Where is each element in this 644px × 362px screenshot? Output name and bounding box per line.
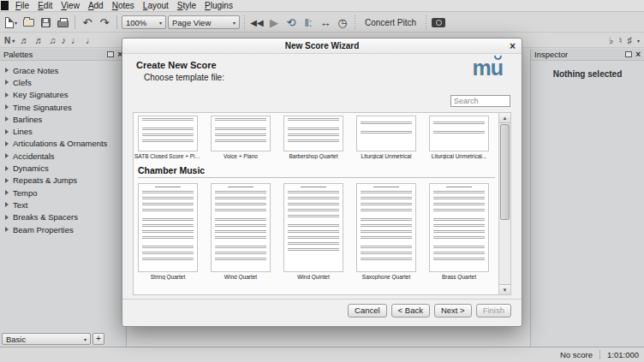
image-capture-button[interactable] <box>431 15 446 30</box>
menu-file[interactable]: File <box>11 0 33 11</box>
palette-item-lines[interactable]: Lines <box>0 125 126 137</box>
menu-view[interactable]: View <box>57 0 84 11</box>
chevron-down-icon: ▾ <box>159 20 162 26</box>
note-8th-button[interactable]: ♪ <box>62 35 67 45</box>
template-card-barbershop-quartet[interactable]: Barbershop Quartet <box>283 116 343 159</box>
back-button[interactable]: < Back <box>391 304 430 317</box>
template-card-liturgical-unmetrical[interactable]: Liturgical Unmetrical <box>356 116 416 159</box>
expand-arrow-icon <box>5 202 9 207</box>
template-search-input[interactable] <box>450 95 510 107</box>
inspector-panel: Inspector × Nothing selected <box>530 49 644 347</box>
expand-arrow-icon <box>5 166 9 171</box>
play-button[interactable]: ▶ <box>266 15 282 30</box>
palette-item-label: Repeats & Jumps <box>13 175 77 185</box>
palette-item-key-signatures[interactable]: Key Signatures <box>0 89 126 101</box>
template-card-satb-piano[interactable]: SATB Closed Score + Piano <box>138 116 198 159</box>
flat-button[interactable]: ♭ <box>609 35 613 46</box>
print-button[interactable] <box>55 15 70 30</box>
vertical-scrollbar[interactable]: ▲ ▼ <box>498 113 510 294</box>
expand-arrow-icon <box>5 141 9 146</box>
palette-item-barlines[interactable]: Barlines <box>0 113 126 125</box>
finish-button[interactable]: Finish <box>476 304 511 317</box>
expand-arrow-icon <box>5 190 9 195</box>
template-card-saxophone-quartet[interactable]: Saxophone Quartet <box>356 183 416 280</box>
palette-item-label: Barlines <box>13 115 42 124</box>
next-button[interactable]: Next > <box>434 304 472 317</box>
close-icon[interactable]: × <box>510 39 516 54</box>
scrollbar-thumb[interactable] <box>500 124 510 220</box>
play-repeats-button[interactable]: ‖: <box>301 15 316 30</box>
palette-item-label: Breaks & Spacers <box>13 212 78 222</box>
template-caption: Wind Quartet <box>207 274 274 280</box>
template-row-chamber: String Quartet Wind Quartet <box>138 183 495 280</box>
palette-item-grace-notes[interactable]: Grace Notes <box>0 64 126 76</box>
expand-arrow-icon <box>5 153 9 158</box>
open-button[interactable] <box>21 15 36 30</box>
template-card-brass-quartet[interactable]: Brass Quartet <box>429 183 489 280</box>
menu-bar: File Edit View Add Notes Layout Style Pl… <box>0 0 644 12</box>
template-card-string-quartet[interactable]: String Quartet <box>138 183 198 280</box>
new-score-button[interactable]: ▾ <box>3 15 19 30</box>
menu-edit[interactable]: Edit <box>33 0 57 11</box>
palette-item-tempo[interactable]: Tempo <box>0 187 126 199</box>
rewind-button[interactable]: ◀◀ <box>249 15 265 30</box>
palette-item-repeats-jumps[interactable]: Repeats & Jumps <box>0 175 126 187</box>
expand-arrow-icon <box>5 227 9 232</box>
undock-icon[interactable] <box>625 51 632 57</box>
sharp-button[interactable]: ♯ <box>627 35 632 45</box>
pan-score-button[interactable]: ↔ <box>318 15 333 30</box>
palette-item-beam-properties[interactable]: Beam Properties <box>0 223 126 235</box>
view-mode-select[interactable]: Page View ▾ <box>168 15 240 29</box>
palette-item-accidentals[interactable]: Accidentals <box>0 150 126 162</box>
template-caption: Liturgical Unmetrical <box>353 153 420 159</box>
natural-button[interactable]: ♮ <box>619 35 623 46</box>
template-card-voice-piano[interactable]: Voice + Piano <box>211 116 271 159</box>
inspector-title: Inspector <box>534 50 625 59</box>
undock-icon[interactable] <box>107 51 114 57</box>
scroll-down-arrow-icon[interactable]: ▼ <box>499 284 510 294</box>
palette-item-label: Accidentals <box>13 151 55 161</box>
undo-button[interactable]: ↶ <box>80 15 95 30</box>
menu-style[interactable]: Style <box>173 0 200 11</box>
template-card-liturgical-unmetrical-2[interactable]: Liturgical Unmetrical... <box>429 116 489 159</box>
menu-notes[interactable]: Notes <box>108 0 139 11</box>
section-heading-chamber-music: Chamber Music <box>138 165 495 178</box>
note-quarter-button[interactable]: ♩ <box>71 35 80 45</box>
toolbar-separator <box>116 15 117 29</box>
palette-item-articulations[interactable]: Articulations & Ornaments <box>0 138 126 150</box>
palettes-panel: Palettes × Grace Notes Clefs Key Signatu… <box>0 49 127 347</box>
palette-item-clefs[interactable]: Clefs <box>0 76 126 88</box>
template-thumbnail <box>429 183 489 272</box>
scroll-up-arrow-icon[interactable]: ▲ <box>499 113 510 123</box>
template-caption: Liturgical Unmetrical... <box>426 153 492 159</box>
score-status: No score <box>560 350 593 359</box>
menu-plugins[interactable]: Plugins <box>200 0 237 11</box>
palette-preset-select[interactable]: Basic ▾ <box>2 333 91 345</box>
dialog-titlebar[interactable]: New Score Wizard × <box>122 39 522 54</box>
palette-item-dynamics[interactable]: Dynamics <box>0 162 126 174</box>
add-palette-button[interactable]: + <box>92 333 104 345</box>
loop-playback-button[interactable]: ⟲ <box>283 15 299 30</box>
note-16th-button[interactable]: ♫ <box>49 35 56 45</box>
concert-pitch-button[interactable]: Concert Pitch <box>360 15 421 30</box>
note-half-button[interactable]: ♩ <box>86 35 95 45</box>
cancel-button[interactable]: Cancel <box>348 304 387 317</box>
palettes-title: Palettes <box>3 50 107 59</box>
metronome-button[interactable]: ◷ <box>335 15 350 30</box>
palette-item-breaks-spacers[interactable]: Breaks & Spacers <box>0 211 126 223</box>
menu-add[interactable]: Add <box>84 0 108 11</box>
note-32nd-button[interactable]: ♬ <box>34 35 44 45</box>
palette-item-text[interactable]: Text <box>0 199 126 211</box>
redo-button[interactable]: ↷ <box>97 15 112 30</box>
note-input-mode-button[interactable]: N ▾ <box>4 36 15 45</box>
save-button[interactable] <box>38 15 53 30</box>
note-64th-button[interactable]: ♬ <box>20 35 29 45</box>
close-icon[interactable]: × <box>635 51 641 58</box>
template-card-wind-quartet[interactable]: Wind Quartet <box>211 183 271 280</box>
template-card-wind-quintet[interactable]: Wind Quintet <box>283 183 343 280</box>
printer-icon <box>57 21 69 27</box>
chevron-down-icon: ▾ <box>637 38 640 44</box>
palette-item-time-signatures[interactable]: Time Signatures <box>0 101 126 113</box>
zoom-select[interactable]: 100% ▾ <box>122 15 166 29</box>
menu-layout[interactable]: Layout <box>139 0 173 11</box>
